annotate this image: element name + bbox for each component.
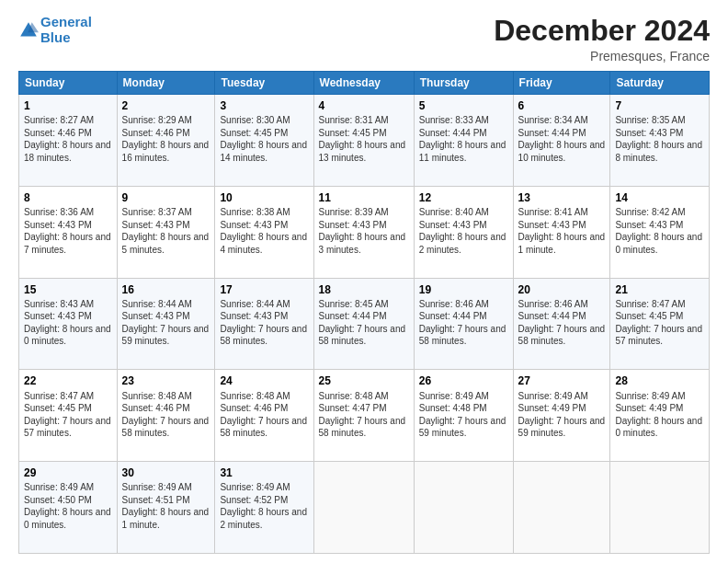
day-number: 18 (319, 282, 409, 297)
day-info: Sunrise: 8:48 AMSunset: 4:46 PMDaylight:… (220, 390, 308, 440)
day-number: 11 (319, 190, 409, 205)
day-number: 3 (220, 98, 308, 113)
day-number: 8 (24, 190, 112, 205)
calendar-week-1: 1Sunrise: 8:27 AMSunset: 4:46 PMDaylight… (19, 95, 710, 187)
location: Premesques, France (494, 49, 710, 63)
day-info: Sunrise: 8:46 AMSunset: 4:44 PMDaylight:… (518, 298, 606, 348)
day-info: Sunrise: 8:48 AMSunset: 4:47 PMDaylight:… (319, 390, 409, 440)
day-info: Sunrise: 8:31 AMSunset: 4:45 PMDaylight:… (319, 114, 409, 164)
calendar-cell: 24Sunrise: 8:48 AMSunset: 4:46 PMDayligh… (215, 370, 313, 462)
day-info: Sunrise: 8:49 AMSunset: 4:49 PMDaylight:… (518, 390, 606, 440)
calendar-cell: 7Sunrise: 8:35 AMSunset: 4:43 PMDaylight… (610, 95, 710, 187)
calendar-cell: 15Sunrise: 8:43 AMSunset: 4:43 PMDayligh… (19, 278, 118, 370)
day-number: 27 (518, 373, 606, 388)
calendar-week-5: 29Sunrise: 8:49 AMSunset: 4:50 PMDayligh… (19, 462, 710, 554)
day-info: Sunrise: 8:49 AMSunset: 4:51 PMDaylight:… (122, 481, 210, 531)
day-info: Sunrise: 8:35 AMSunset: 4:43 PMDaylight:… (615, 114, 704, 164)
day-number: 14 (615, 190, 704, 205)
day-number: 23 (122, 373, 210, 388)
day-number: 15 (24, 282, 112, 297)
calendar-cell: 12Sunrise: 8:40 AMSunset: 4:43 PMDayligh… (414, 186, 513, 278)
day-info: Sunrise: 8:33 AMSunset: 4:44 PMDaylight:… (419, 114, 508, 164)
calendar-cell: 2Sunrise: 8:29 AMSunset: 4:46 PMDaylight… (117, 95, 215, 187)
day-number: 5 (419, 98, 508, 113)
day-info: Sunrise: 8:41 AMSunset: 4:43 PMDaylight:… (518, 206, 606, 256)
day-number: 30 (122, 465, 210, 480)
logo-blue: Blue (40, 29, 71, 45)
calendar-cell: 14Sunrise: 8:42 AMSunset: 4:43 PMDayligh… (610, 186, 710, 278)
calendar-cell: 8Sunrise: 8:36 AMSunset: 4:43 PMDaylight… (19, 186, 118, 278)
day-number: 24 (220, 373, 308, 388)
day-info: Sunrise: 8:44 AMSunset: 4:43 PMDaylight:… (220, 298, 308, 348)
day-number: 16 (122, 282, 210, 297)
calendar-cell: 4Sunrise: 8:31 AMSunset: 4:45 PMDaylight… (313, 95, 414, 187)
day-info: Sunrise: 8:47 AMSunset: 4:45 PMDaylight:… (24, 390, 112, 440)
day-number: 28 (615, 373, 704, 388)
day-number: 29 (24, 465, 112, 480)
day-info: Sunrise: 8:45 AMSunset: 4:44 PMDaylight:… (319, 298, 409, 348)
page: General Blue December 2024 Premesques, F… (0, 0, 728, 563)
calendar-cell: 6Sunrise: 8:34 AMSunset: 4:44 PMDaylight… (513, 95, 610, 187)
day-info: Sunrise: 8:48 AMSunset: 4:46 PMDaylight:… (122, 390, 210, 440)
day-info: Sunrise: 8:46 AMSunset: 4:44 PMDaylight:… (419, 298, 508, 348)
header: General Blue December 2024 Premesques, F… (18, 15, 710, 63)
calendar-cell: 27Sunrise: 8:49 AMSunset: 4:49 PMDayligh… (513, 370, 610, 462)
calendar-cell (513, 462, 610, 554)
day-header-saturday: Saturday (610, 72, 710, 95)
calendar-cell: 28Sunrise: 8:49 AMSunset: 4:49 PMDayligh… (610, 370, 710, 462)
calendar-cell: 19Sunrise: 8:46 AMSunset: 4:44 PMDayligh… (414, 278, 513, 370)
day-number: 6 (518, 98, 606, 113)
day-number: 2 (122, 98, 210, 113)
calendar-cell: 22Sunrise: 8:47 AMSunset: 4:45 PMDayligh… (19, 370, 118, 462)
day-number: 10 (220, 190, 308, 205)
calendar-cell: 3Sunrise: 8:30 AMSunset: 4:45 PMDaylight… (215, 95, 313, 187)
day-info: Sunrise: 8:37 AMSunset: 4:43 PMDaylight:… (122, 206, 210, 256)
day-info: Sunrise: 8:30 AMSunset: 4:45 PMDaylight:… (220, 114, 308, 164)
day-header-monday: Monday (117, 72, 215, 95)
day-number: 1 (24, 98, 112, 113)
day-number: 22 (24, 373, 112, 388)
day-number: 21 (615, 282, 704, 297)
logo: General Blue (18, 15, 92, 45)
calendar-header: SundayMondayTuesdayWednesdayThursdayFrid… (19, 72, 710, 95)
day-header-thursday: Thursday (414, 72, 513, 95)
day-info: Sunrise: 8:39 AMSunset: 4:43 PMDaylight:… (319, 206, 409, 256)
calendar-cell: 30Sunrise: 8:49 AMSunset: 4:51 PMDayligh… (117, 462, 215, 554)
calendar-cell: 31Sunrise: 8:49 AMSunset: 4:52 PMDayligh… (215, 462, 313, 554)
calendar-cell: 16Sunrise: 8:44 AMSunset: 4:43 PMDayligh… (117, 278, 215, 370)
day-number: 12 (419, 190, 508, 205)
calendar-cell: 17Sunrise: 8:44 AMSunset: 4:43 PMDayligh… (215, 278, 313, 370)
calendar-week-3: 15Sunrise: 8:43 AMSunset: 4:43 PMDayligh… (19, 278, 710, 370)
day-number: 17 (220, 282, 308, 297)
day-number: 19 (419, 282, 508, 297)
day-info: Sunrise: 8:44 AMSunset: 4:43 PMDaylight:… (122, 298, 210, 348)
calendar-cell: 21Sunrise: 8:47 AMSunset: 4:45 PMDayligh… (610, 278, 710, 370)
day-info: Sunrise: 8:47 AMSunset: 4:45 PMDaylight:… (615, 298, 704, 348)
calendar-cell: 11Sunrise: 8:39 AMSunset: 4:43 PMDayligh… (313, 186, 414, 278)
logo-text: General Blue (40, 15, 92, 45)
calendar-cell: 13Sunrise: 8:41 AMSunset: 4:43 PMDayligh… (513, 186, 610, 278)
day-info: Sunrise: 8:49 AMSunset: 4:50 PMDaylight:… (24, 481, 112, 531)
day-info: Sunrise: 8:34 AMSunset: 4:44 PMDaylight:… (518, 114, 606, 164)
day-info: Sunrise: 8:43 AMSunset: 4:43 PMDaylight:… (24, 298, 112, 348)
header-row: SundayMondayTuesdayWednesdayThursdayFrid… (19, 72, 710, 95)
day-number: 4 (319, 98, 409, 113)
month-title: December 2024 (494, 15, 710, 47)
calendar-week-4: 22Sunrise: 8:47 AMSunset: 4:45 PMDayligh… (19, 370, 710, 462)
day-number: 7 (615, 98, 704, 113)
day-info: Sunrise: 8:42 AMSunset: 4:43 PMDaylight:… (615, 206, 704, 256)
day-number: 25 (319, 373, 409, 388)
day-info: Sunrise: 8:40 AMSunset: 4:43 PMDaylight:… (419, 206, 508, 256)
logo-icon (18, 20, 39, 40)
calendar-cell: 18Sunrise: 8:45 AMSunset: 4:44 PMDayligh… (313, 278, 414, 370)
day-info: Sunrise: 8:49 AMSunset: 4:49 PMDaylight:… (615, 390, 704, 440)
day-number: 9 (122, 190, 210, 205)
day-number: 13 (518, 190, 606, 205)
calendar-body: 1Sunrise: 8:27 AMSunset: 4:46 PMDaylight… (19, 95, 710, 554)
calendar-cell: 5Sunrise: 8:33 AMSunset: 4:44 PMDaylight… (414, 95, 513, 187)
day-info: Sunrise: 8:49 AMSunset: 4:52 PMDaylight:… (220, 481, 308, 531)
calendar-cell: 25Sunrise: 8:48 AMSunset: 4:47 PMDayligh… (313, 370, 414, 462)
day-number: 20 (518, 282, 606, 297)
day-info: Sunrise: 8:36 AMSunset: 4:43 PMDaylight:… (24, 206, 112, 256)
calendar-cell: 9Sunrise: 8:37 AMSunset: 4:43 PMDaylight… (117, 186, 215, 278)
